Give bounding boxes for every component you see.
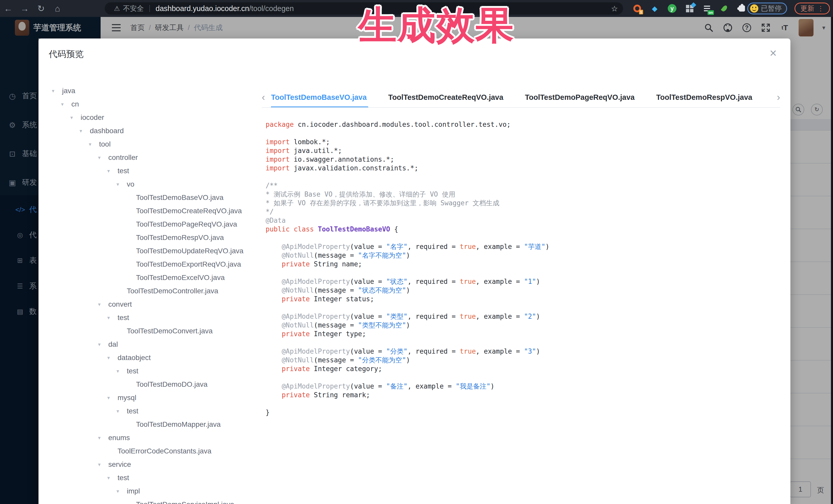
code-token: String remark; bbox=[310, 391, 370, 399]
caret-down-icon[interactable]: ▾ bbox=[116, 368, 127, 374]
tree-node-file[interactable]: ToolTestDemoRespVO.java bbox=[39, 231, 260, 244]
tabs-prev-icon[interactable]: ‹ bbox=[262, 87, 265, 108]
code-token: private bbox=[282, 260, 310, 268]
browser-menu-icon[interactable]: ⋮ bbox=[817, 5, 824, 13]
caret-down-icon[interactable]: ▾ bbox=[88, 141, 99, 147]
caret-down-icon[interactable]: ▾ bbox=[116, 181, 127, 187]
tab-tooltestdemorespvo-java[interactable]: ToolTestDemoRespVO.java bbox=[656, 87, 752, 108]
tree-node-folder[interactable]: ▾mysql bbox=[39, 391, 260, 404]
tree-node-file[interactable]: ToolTestDemoPageReqVO.java bbox=[39, 218, 260, 231]
code-token: (value = bbox=[350, 243, 386, 250]
code-token: ) bbox=[536, 278, 540, 285]
tree-node-label: service bbox=[108, 460, 131, 469]
caret-down-icon[interactable]: ▾ bbox=[78, 128, 90, 134]
tree-node-file[interactable]: ToolTestDemoExcelVO.java bbox=[39, 271, 260, 284]
code-token: (value = bbox=[350, 313, 386, 320]
tree-node-label: controller bbox=[108, 153, 138, 162]
url-host[interactable]: dashboard.yudao.iocoder.cn bbox=[156, 4, 249, 13]
close-icon[interactable]: ✕ bbox=[769, 49, 777, 58]
tree-node-file[interactable]: ToolTestDemoUpdateReqVO.java bbox=[39, 244, 260, 258]
extension-list-icon[interactable]: on bbox=[701, 3, 712, 14]
browser-forward-icon[interactable]: → bbox=[17, 4, 33, 14]
tab-tooltestdemopagereqvo-java[interactable]: ToolTestDemoPageReqVO.java bbox=[525, 87, 635, 108]
tree-node-folder[interactable]: ▾service bbox=[39, 458, 260, 471]
code-token: true bbox=[460, 278, 476, 285]
code-token: @NotNull bbox=[282, 286, 314, 294]
tree-node-label: vo bbox=[127, 180, 135, 188]
tree-node-folder[interactable]: ▾cn bbox=[39, 97, 260, 111]
tree-node-folder[interactable]: ▾test bbox=[39, 164, 260, 177]
tree-node-folder[interactable]: ▾controller bbox=[39, 151, 260, 164]
code-token bbox=[266, 243, 282, 250]
extension-green-icon[interactable]: y bbox=[667, 3, 677, 14]
tree-node-file[interactable]: ToolTestDemoExportReqVO.java bbox=[39, 258, 260, 271]
tree-node-folder[interactable]: ▾tool bbox=[39, 138, 260, 151]
tree-node-folder[interactable]: ▾dataobject bbox=[39, 351, 260, 364]
tree-node-file[interactable]: ToolTestDemoMapper.java bbox=[39, 418, 260, 431]
browser-home-icon[interactable]: ⌂ bbox=[49, 4, 66, 14]
caret-down-icon[interactable]: ▾ bbox=[97, 154, 108, 161]
tabs-next-icon[interactable]: › bbox=[777, 87, 780, 108]
bookmark-star-icon[interactable]: ☆ bbox=[611, 4, 618, 13]
code-token: "名字" bbox=[386, 243, 407, 250]
tree-node-folder[interactable]: ▾test bbox=[39, 404, 260, 418]
caret-down-icon[interactable]: ▾ bbox=[97, 301, 108, 307]
caret-down-icon[interactable]: ▾ bbox=[116, 408, 127, 414]
extension-gem-icon[interactable]: ◆ bbox=[649, 3, 660, 14]
tree-node-file[interactable]: ToolTestDemoConvert.java bbox=[39, 325, 260, 338]
code-token: import bbox=[266, 147, 290, 154]
not-secure-label[interactable]: 不安全 bbox=[123, 4, 144, 13]
tree-node-folder[interactable]: ▾iocoder bbox=[39, 111, 260, 124]
code-token bbox=[266, 365, 282, 373]
tree-node-folder[interactable]: ▾test bbox=[39, 471, 260, 484]
code-token: , required = bbox=[407, 347, 460, 355]
code-token: ) bbox=[406, 251, 410, 259]
browser-reload-icon[interactable]: ↻ bbox=[33, 3, 49, 14]
tree-node-file[interactable]: ToolTestDemoCreateReqVO.java bbox=[39, 204, 260, 218]
caret-down-icon[interactable]: ▾ bbox=[97, 461, 108, 467]
tree-node-folder[interactable]: ▾dal bbox=[39, 338, 260, 351]
caret-down-icon[interactable]: ▾ bbox=[116, 488, 127, 494]
caret-down-icon[interactable]: ▾ bbox=[106, 395, 118, 401]
tab-tooltestdemocreatereqvo-java[interactable]: ToolTestDemoCreateReqVO.java bbox=[388, 87, 503, 108]
caret-down-icon[interactable]: ▾ bbox=[106, 475, 118, 481]
caret-down-icon[interactable]: ▾ bbox=[97, 341, 108, 347]
caret-down-icon[interactable]: ▾ bbox=[106, 315, 118, 321]
code-token: , required = bbox=[407, 243, 460, 250]
tree-node-folder[interactable]: ▾test bbox=[39, 364, 260, 378]
tree-node-folder[interactable]: ▾java bbox=[39, 84, 260, 97]
caret-down-icon[interactable]: ▾ bbox=[106, 355, 118, 361]
tree-node-file[interactable]: ToolTestDemoBaseVO.java bbox=[39, 191, 260, 204]
tree-node-folder[interactable]: ▾test bbox=[39, 311, 260, 325]
paused-extension-pill[interactable]: 已暂停 bbox=[747, 3, 787, 15]
caret-down-icon[interactable]: ▾ bbox=[106, 168, 118, 174]
tree-node-folder[interactable]: ▾impl bbox=[39, 484, 260, 498]
extension-orange-icon[interactable]: 1 bbox=[632, 3, 643, 14]
tree-node-file[interactable]: ToolTestDemoDO.java bbox=[39, 378, 260, 391]
browser-update-button[interactable]: 更新 ⋮ bbox=[794, 3, 830, 15]
code-token: (message = bbox=[314, 251, 358, 259]
tree-node-file[interactable]: ToolTestDemoController.java bbox=[39, 284, 260, 298]
tree-node-folder[interactable]: ▾enums bbox=[39, 431, 260, 445]
tree-node-folder[interactable]: ▾dashboard bbox=[39, 124, 260, 138]
url-path[interactable]: /tool/codegen bbox=[249, 4, 294, 13]
code-token: , required = bbox=[407, 278, 460, 285]
tab-tooltestdemobasevo-java[interactable]: ToolTestDemoBaseVO.java bbox=[271, 87, 367, 108]
extension-grid-icon[interactable] bbox=[684, 3, 695, 14]
tree-node-folder[interactable]: ▾convert bbox=[39, 298, 260, 311]
tree-node-label: dashboard bbox=[90, 127, 124, 135]
tree-node-label: test bbox=[127, 367, 138, 375]
tree-node-folder[interactable]: ▾vo bbox=[39, 177, 260, 191]
caret-down-icon[interactable]: ▾ bbox=[97, 435, 108, 441]
caret-down-icon[interactable]: ▾ bbox=[69, 115, 80, 121]
tree-node-file[interactable]: ToolErrorCodeConstants.java bbox=[39, 445, 260, 458]
extension-plant-icon[interactable] bbox=[719, 3, 730, 14]
caret-down-icon[interactable]: ▾ bbox=[60, 101, 71, 107]
tree-node-label: cn bbox=[71, 100, 79, 108]
code-token: import bbox=[266, 138, 290, 146]
tree-node-file[interactable]: ToolTestDemoServiceImpl.java bbox=[39, 498, 260, 504]
caret-down-icon[interactable]: ▾ bbox=[51, 88, 62, 94]
browser-back-icon[interactable]: ← bbox=[0, 4, 17, 14]
extensions-puzzle-icon[interactable] bbox=[737, 3, 747, 14]
code-token: @ApiModelProperty bbox=[282, 243, 350, 250]
